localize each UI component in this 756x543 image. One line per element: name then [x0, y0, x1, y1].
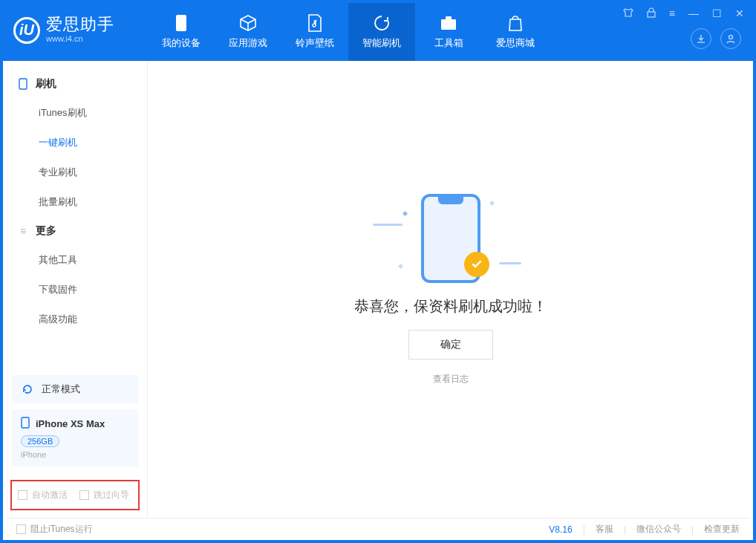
- option-skip-guide[interactable]: 跳过向导: [79, 489, 129, 501]
- flash-options-highlight: 自动激活 跳过向导: [10, 480, 140, 510]
- sidebar-item-other-tools[interactable]: 其他工具: [3, 245, 147, 275]
- sidebar-item-oneclick-flash[interactable]: 一键刷机: [3, 128, 147, 157]
- checkbox-icon[interactable]: [79, 490, 89, 500]
- sidebar-item-itunes-flash[interactable]: iTunes刷机: [3, 98, 147, 128]
- refresh-shield-icon: [373, 14, 391, 32]
- svg-rect-2: [446, 16, 452, 20]
- group-title: 更多: [36, 224, 56, 238]
- group-title: 刷机: [36, 77, 56, 91]
- mode-label: 正常模式: [42, 383, 80, 396]
- device-card[interactable]: iPhone XS Max 256GB iPhone: [12, 409, 138, 466]
- sidebar-item-pro-flash[interactable]: 专业刷机: [3, 157, 147, 187]
- sidebar-item-download-firmware[interactable]: 下载固件: [3, 275, 147, 305]
- nav-label: 应用游戏: [229, 36, 267, 50]
- body: 刷机 iTunes刷机 一键刷机 专业刷机 批量刷机 ≡ 更多 其他工具 下载固…: [3, 61, 753, 518]
- checkbox-icon[interactable]: [16, 524, 26, 534]
- cube-icon: [239, 14, 257, 32]
- status-link-wechat[interactable]: 微信公众号: [636, 523, 681, 536]
- download-button[interactable]: [691, 28, 711, 49]
- music-file-icon: [306, 14, 324, 32]
- option-label: 自动激活: [32, 489, 68, 501]
- nav-my-device[interactable]: 我的设备: [148, 3, 215, 61]
- refresh-icon: [21, 383, 34, 396]
- nav-toolbox[interactable]: 工具箱: [415, 3, 482, 61]
- device-name: iPhone XS Max: [36, 418, 105, 429]
- menu-icon[interactable]: ≡: [666, 6, 678, 22]
- statusbar: 阻止iTunes运行 V8.16 | 客服 | 微信公众号 | 检查更新: [6, 518, 750, 540]
- svg-rect-3: [648, 12, 655, 17]
- success-message: 恭喜您，保资料刷机成功啦！: [354, 296, 547, 316]
- ok-button[interactable]: 确定: [408, 330, 493, 360]
- app-url: www.i4.cn: [46, 34, 114, 44]
- status-link-support[interactable]: 客服: [596, 523, 613, 536]
- sidebar-group-flash[interactable]: 刷机: [3, 70, 147, 98]
- device-mode[interactable]: 正常模式: [12, 375, 138, 403]
- top-nav: 我的设备 应用游戏 铃声壁纸 智能刷机 工具箱 爱思商城: [148, 3, 549, 61]
- sidebar-group-more[interactable]: ≡ 更多: [3, 217, 147, 245]
- option-label: 跳过向导: [94, 489, 129, 501]
- device-panel: 正常模式 iPhone XS Max 256GB iPhone: [3, 368, 147, 474]
- svg-rect-1: [441, 19, 456, 30]
- device-type: iPhone: [21, 450, 129, 459]
- nav-label: 工具箱: [434, 36, 463, 50]
- nav-ringtones-wallpapers[interactable]: 铃声壁纸: [281, 3, 348, 61]
- maximize-button[interactable]: ☐: [709, 6, 725, 22]
- check-icon: [464, 252, 489, 277]
- status-link-update[interactable]: 检查更新: [704, 523, 740, 536]
- nav-smart-flash[interactable]: 智能刷机: [348, 3, 415, 61]
- sidebar-item-batch-flash[interactable]: 批量刷机: [3, 187, 147, 217]
- nav-label: 爱思商城: [496, 36, 535, 50]
- header-actions: [691, 28, 741, 49]
- menu-icon: ≡: [18, 226, 28, 236]
- svg-rect-0: [176, 15, 186, 31]
- svg-rect-5: [19, 79, 27, 89]
- phone-icon: [18, 79, 28, 89]
- svg-rect-6: [22, 417, 29, 428]
- bag-icon: [506, 14, 524, 32]
- window-controls: ≡ — ☐ ✕: [620, 6, 747, 22]
- minimize-button[interactable]: —: [685, 6, 702, 22]
- lock-icon[interactable]: [644, 6, 659, 22]
- app-name: 爱思助手: [46, 16, 114, 33]
- user-button[interactable]: [720, 28, 741, 49]
- phone-icon: [21, 417, 30, 431]
- device-storage: 256GB: [21, 435, 59, 447]
- titlebar: iU 爱思助手 www.i4.cn 我的设备 应用游戏 铃声壁纸 智能刷机 工具…: [3, 3, 753, 61]
- option-auto-activate[interactable]: 自动激活: [18, 489, 68, 501]
- briefcase-icon: [440, 14, 457, 32]
- block-itunes-label[interactable]: 阻止iTunes运行: [30, 523, 93, 536]
- nav-label: 智能刷机: [362, 36, 401, 50]
- version-label: V8.16: [549, 524, 572, 535]
- view-log-link[interactable]: 查看日志: [433, 373, 469, 386]
- app-logo[interactable]: iU 爱思助手 www.i4.cn: [3, 3, 148, 44]
- tshirt-icon[interactable]: [620, 6, 636, 22]
- nav-label: 铃声壁纸: [296, 36, 334, 50]
- nav-label: 我的设备: [162, 36, 201, 50]
- sidebar: 刷机 iTunes刷机 一键刷机 专业刷机 批量刷机 ≡ 更多 其他工具 下载固…: [3, 61, 148, 518]
- logo-icon: iU: [13, 17, 40, 44]
- nav-apps-games[interactable]: 应用游戏: [215, 3, 281, 61]
- sidebar-item-advanced[interactable]: 高级功能: [3, 305, 147, 334]
- svg-point-4: [729, 36, 733, 39]
- checkbox-icon[interactable]: [18, 490, 27, 500]
- phone-icon: [172, 14, 190, 32]
- success-illustration: [421, 194, 480, 283]
- nav-store[interactable]: 爱思商城: [482, 3, 549, 61]
- main-content: 恭喜您，保资料刷机成功啦！ 确定 查看日志: [148, 61, 753, 518]
- close-button[interactable]: ✕: [732, 6, 747, 22]
